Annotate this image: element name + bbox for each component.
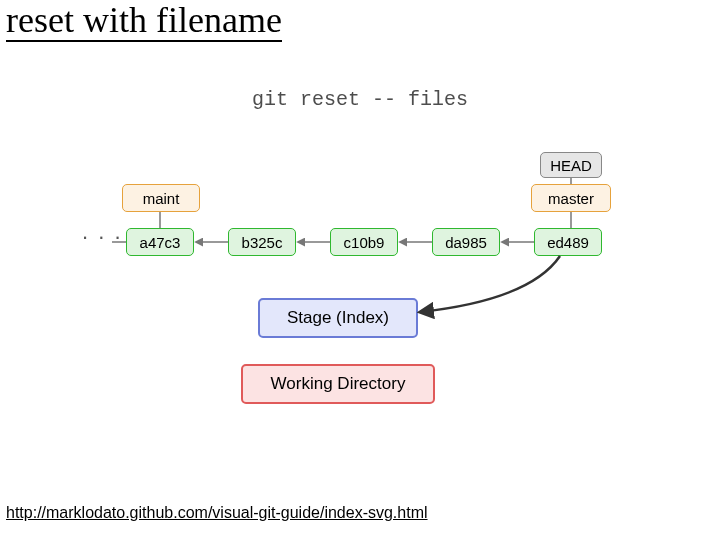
commit-3: da985: [432, 228, 500, 256]
diagram-arrows: [0, 0, 720, 540]
commit-1: b325c: [228, 228, 296, 256]
commit-4: ed489: [534, 228, 602, 256]
branch-master: master: [531, 184, 611, 212]
commit-2: c10b9: [330, 228, 398, 256]
slide-title: reset with filename: [6, 2, 282, 42]
source-url[interactable]: http://marklodato.github.com/visual-git-…: [6, 504, 428, 522]
git-command: git reset -- files: [0, 88, 720, 111]
branch-maint: maint: [122, 184, 200, 212]
head-ref: HEAD: [540, 152, 602, 178]
commit-0: a47c3: [126, 228, 194, 256]
ellipsis: · · ·: [82, 224, 123, 250]
working-dir-box: Working Directory: [241, 364, 435, 404]
stage-box: Stage (Index): [258, 298, 418, 338]
